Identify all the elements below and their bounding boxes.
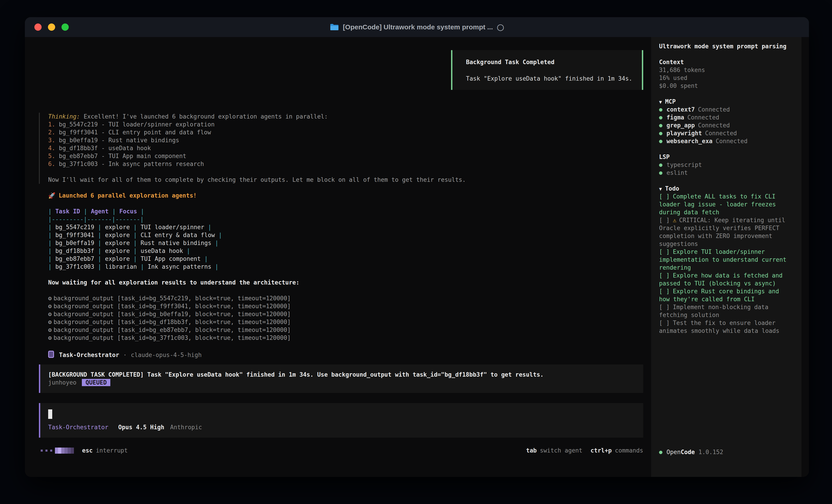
table-row: |bg_f9ff3041|explore|CLI entry & data fl… [39,231,643,239]
rocket-icon: 🚀 [48,192,55,199]
agent-name: Task-Orchestrator [59,352,119,358]
status-bar: esc interrupt tab switch agent ctrl+p co… [39,447,643,454]
thinking-item: 5.bg_eb87ebb7 - TUI App main component [40,152,643,160]
window-title: [OpenCode] Ultrawork mode system prompt … [343,23,493,31]
message-text: [BACKGROUND TASK COMPLETED] Task "Explor… [40,371,643,379]
thinking-item: 1.bg_5547c219 - TUI loader/spinner explo… [40,120,643,129]
checkbox-icon: [ ] [659,193,670,200]
todo-section-header[interactable]: ▼Todo [659,185,793,193]
table-row: |bg_b0effa19|explore|Rust native binding… [39,239,643,247]
context-used: 16% used [659,74,793,82]
transcript-line [39,97,643,105]
context-heading: Context [659,58,793,66]
mcp-item: figmaConnected [659,114,793,121]
app-version: 1.0.152 [698,449,723,455]
brand-name: Open [667,449,681,455]
table-header-focus: Focus [120,208,137,215]
close-button[interactable] [34,24,42,31]
todo-list: [ ]Complete ALL tasks to fix CLI loader … [659,193,793,335]
tool-call-line: ⚙background_output[task_id=bg_b0effa19, … [39,310,643,318]
mcp-item: playwrightConnected [659,130,793,137]
ctrlp-key-hint: ctrl+p [591,447,612,454]
agent-separator: · [123,352,127,358]
checkbox-icon: [ ] [659,288,670,295]
tool-call-line: ⚙background_output[task_id=bg_df18bb3f, … [39,318,643,326]
tool-name: background_output [54,318,114,326]
warning-icon: ⚠ [673,217,676,224]
title-bar: [OpenCode] Ultrawork mode system prompt … [25,17,809,37]
ctrlp-key-label: commands [615,447,643,454]
gear-icon: ⚙ [48,303,52,310]
lsp-item: eslint [659,169,793,177]
todo-item: [ ]Complete ALL tasks to fix CLI loader … [659,193,793,216]
thinking-list: 1.bg_5547c219 - TUI loader/spinner explo… [40,120,643,168]
traffic-lights [34,17,69,37]
window-title-group: [OpenCode] Ultrawork mode system prompt … [330,23,504,31]
connected-dot-icon [659,124,662,128]
todo-item: [ ]Explore how data is fetched and passe… [659,272,793,287]
table-row: |bg_eb87ebb7|explore|TUI App component| [39,255,643,263]
folder-icon [330,24,339,31]
queued-badge: QUEUED [82,379,110,386]
todo-item: [ ]Test the fix to ensure loader animate… [659,319,793,335]
tool-args: [task_id=bg_37f1c003, block=true, timeou… [118,334,291,341]
esc-key-hint: esc [82,447,93,454]
table-header-agent: Agent [91,208,108,215]
toast-notification[interactable]: Background Task Completed Task "Explore … [451,50,643,90]
agent-model: claude-opus-4-5-high [131,352,202,358]
toast-title: Background Task Completed [466,58,642,66]
thinking-outro: Now I'll wait for all of them to complet… [40,176,643,184]
tool-call-line: ⚙background_output[task_id=bg_5547c219, … [39,295,643,302]
announcement-text: Launched 6 parallel exploration agents! [58,192,197,199]
mcp-item: grep_appConnected [659,121,793,130]
agent-icon [48,351,54,358]
input-agent-name[interactable]: Task-Orchestrator [48,424,108,430]
checkbox-icon: [ ] [659,217,670,224]
online-dot-icon [659,451,662,454]
thinking-intro: Thinking:Excellent! I've launched 6 back… [40,113,643,120]
todo-item: [ ]Explore Rust core bindings and how th… [659,287,793,303]
todo-item: [ ]⚠CRITICAL: Keep iterating until Oracl… [659,216,793,248]
tool-name: background_output [54,303,114,310]
mcp-item: websearch_exaConnected [659,137,793,145]
connected-dot-icon [659,171,662,175]
tool-call-list: ⚙background_output[task_id=bg_5547c219, … [39,295,643,342]
sidebar-footer: OpenCode1.0.152 [659,448,723,456]
input-provider-name: Anthropic [170,424,202,430]
input-footer: Task-OrchestratorOpus 4.5 HighAnthropic [40,423,643,431]
status-left: esc interrupt [41,447,128,454]
text-cursor[interactable] [48,410,52,419]
toast-body: Task "Explore useData hook" finished in … [466,75,642,83]
message-author: junhoyeo [48,379,76,386]
table-row: |bg_df18bb3f|explore|useData hook| [39,247,643,255]
tool-name: background_output [54,334,114,341]
tool-call-line: ⚙background_output[task_id=bg_37f1c003, … [39,334,643,342]
todo-item: [ ]Implement non-blocking data fetching … [659,303,793,319]
gear-icon: ⚙ [48,334,52,341]
thinking-label: Thinking: [48,113,80,120]
mcp-section-header[interactable]: ▼MCP [659,98,793,106]
tool-call-line: ⚙background_output[task_id=bg_f9ff3041, … [39,302,643,310]
tab-key-hint: tab [526,447,537,454]
sidebar[interactable]: Ultrawork mode system prompt parsing Con… [651,37,802,477]
transcript-line [39,41,643,50]
lsp-heading: LSP [659,153,793,161]
mcp-item: context7Connected [659,106,793,114]
transcript-area[interactable]: Thinking:Excellent! I've launched 6 back… [39,37,643,477]
status-right: tab switch agent ctrl+p commands [526,447,643,454]
minimize-button[interactable] [48,24,55,31]
thinking-item: 3.bg_b0effa19 - Rust native bindings [40,136,643,144]
tool-args: [task_id=bg_df18bb3f, block=true, timeou… [118,318,291,326]
thinking-block: Thinking:Excellent! I've launched 6 back… [39,113,643,184]
gear-icon: ⚙ [48,295,52,302]
gear-icon: ⚙ [48,327,52,333]
prompt-input-panel[interactable]: Task-OrchestratorOpus 4.5 HighAnthropic [39,403,643,438]
thinking-item: 4.bg_df18bb3f - useData hook [40,144,643,152]
tool-args: [task_id=bg_f9ff3041, block=true, timeou… [118,303,291,310]
input-model-name[interactable]: Opus 4.5 High [118,424,164,430]
zoom-button[interactable] [61,24,69,31]
checkbox-icon: [ ] [659,319,670,326]
announcement-line: 🚀Launched 6 parallel exploration agents! [39,192,643,200]
thinking-item: 2.bg_f9ff3041 - CLI entry point and data… [40,129,643,136]
mcp-list: context7ConnectedfigmaConnectedgrep_appC… [659,106,793,145]
